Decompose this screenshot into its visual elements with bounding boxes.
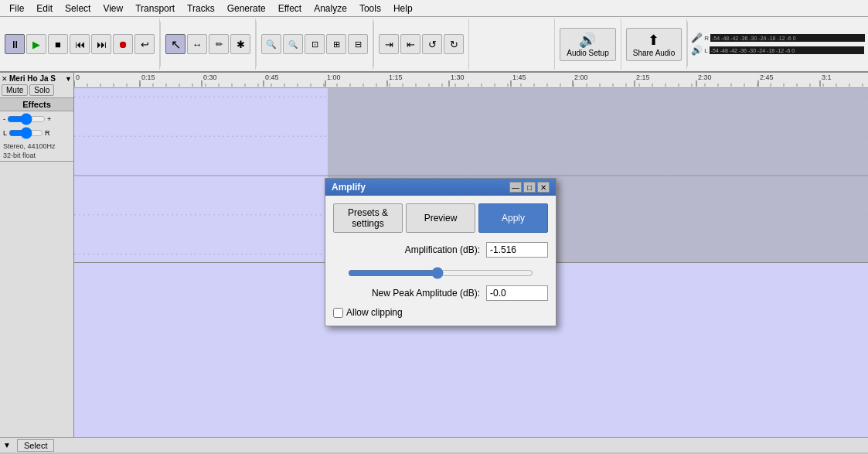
skip-start-button[interactable]: ⏮ <box>70 34 90 54</box>
zoom-fit-button[interactable]: ⊞ <box>326 34 346 54</box>
gain-row: - + <box>3 113 70 125</box>
peak-amplitude-row: New Peak Amplitude (dB): <box>333 285 548 301</box>
menu-view[interactable]: View <box>97 2 129 15</box>
amplification-label: Amplification (dB): <box>333 244 486 255</box>
gain-pan-section: - + L R <box>0 111 73 141</box>
peak-amplitude-label: New Peak Amplitude (dB): <box>333 288 486 299</box>
bottom-down-arrow: ▼ <box>3 441 11 449</box>
audio-setup-icon: 🔊 <box>579 32 596 49</box>
timeline-ruler <box>74 73 868 88</box>
audio-setup-section: 🔊 Audio Setup <box>554 19 621 70</box>
preview-button[interactable]: Preview <box>406 203 475 233</box>
track-name: Meri Ho Ja S <box>9 74 63 83</box>
amplify-dialog: Amplify — □ ✕ Presets & settings Preview… <box>325 178 557 326</box>
presets-settings-button[interactable]: Presets & settings <box>333 203 403 233</box>
gain-slider[interactable] <box>7 113 46 125</box>
pan-row: L R <box>3 127 70 139</box>
dialog-minimize-button[interactable]: — <box>509 182 522 193</box>
dialog-body: Presets & settings Preview Apply Amplifi… <box>325 196 556 326</box>
zoom-out-button[interactable]: 🔍 <box>283 34 303 54</box>
audio-setup-button[interactable]: 🔊 Audio Setup <box>560 28 616 61</box>
ruler-canvas <box>74 73 868 87</box>
share-audio-icon: ⬆ <box>648 32 659 49</box>
track-header: ✕ Meri Ho Ja S ▼ Mute Solo <box>0 73 73 98</box>
menu-tools[interactable]: Tools <box>353 2 387 15</box>
play-meter-row: 🔊 L -54 -48 -42 -36 -30 -24 -18 -12 -6 0 <box>691 45 865 56</box>
loop-button[interactable]: ↩ <box>134 34 155 54</box>
track-close-button[interactable]: ✕ <box>2 75 8 83</box>
dialog-window-controls: — □ ✕ <box>509 182 550 193</box>
menu-help[interactable]: Help <box>387 2 419 15</box>
amplification-input[interactable] <box>486 242 548 258</box>
bottom-bar: ▼ Select <box>0 437 868 452</box>
amplification-row: Amplification (dB): <box>333 242 548 258</box>
effects-label[interactable]: Effects <box>0 98 73 111</box>
share-audio-section: ⬆ Share Audio <box>621 19 688 70</box>
menu-select[interactable]: Select <box>59 2 97 15</box>
edit-section: ⇥ ⇤ ↺ ↻ <box>374 19 469 70</box>
allow-clipping-checkbox[interactable] <box>333 308 343 318</box>
trim-button[interactable]: ⇥ <box>379 34 399 54</box>
track-lower-panel <box>0 161 73 437</box>
dialog-action-buttons: Presets & settings Preview Apply <box>333 203 548 233</box>
record-meter-bar: -54 -48 -42 -36 -30 -24 -18 -12 -6 0 <box>710 34 865 42</box>
select-button[interactable]: Select <box>17 439 55 452</box>
redo-button[interactable]: ↻ <box>444 34 464 54</box>
tool-section: ↖ ↔ ✏ ✱ <box>161 19 256 70</box>
silence-button[interactable]: ⇤ <box>400 34 420 54</box>
envelope-tool-button[interactable]: ↔ <box>187 34 207 54</box>
allow-clipping-row: Allow clipping <box>333 307 548 318</box>
menu-file[interactable]: File <box>3 2 30 15</box>
mute-button[interactable]: Mute <box>2 84 28 96</box>
gain-minus: - <box>3 115 5 123</box>
record-meter-row: 🎤 R -54 -48 -42 -36 -30 -24 -18 -12 -6 0 <box>691 32 865 43</box>
zoom-sel-button[interactable]: ⊡ <box>305 34 325 54</box>
dialog-titlebar: Amplify — □ ✕ <box>325 179 556 196</box>
peak-amplitude-input[interactable] <box>486 285 548 301</box>
skip-end-button[interactable]: ⏭ <box>91 34 111 54</box>
solo-button[interactable]: Solo <box>29 84 54 96</box>
undo-button[interactable]: ↺ <box>422 34 442 54</box>
main-toolbar: ⏸ ▶ ■ ⏮ ⏭ ⏺ ↩ ↖ ↔ ✏ ✱ 🔍 🔍 <box>0 17 868 73</box>
play-meter-icon: 🔊 <box>691 45 703 56</box>
menu-generate[interactable]: Generate <box>221 2 272 15</box>
pan-r-label: R <box>45 129 50 137</box>
play-meter-bar: -54 -48 -42 -36 -30 -24 -18 -12 -6 0 <box>710 46 864 54</box>
multi-tool-button[interactable]: ✱ <box>230 34 250 54</box>
record-button[interactable]: ⏺ <box>113 34 133 54</box>
transport-section: ⏸ ▶ ■ ⏮ ⏭ ⏺ ↩ <box>0 19 160 70</box>
pan-l-label: L <box>3 129 7 137</box>
menu-bar: File Edit Select View Transport Tracks G… <box>0 0 868 17</box>
zoom-out-full-button[interactable]: ⊟ <box>348 34 368 54</box>
allow-clipping-label: Allow clipping <box>346 307 403 318</box>
waveform-canvas-lower <box>74 263 306 379</box>
audio-setup-label: Audio Setup <box>567 49 609 57</box>
track-info-bitdepth: 32-bit float <box>0 152 73 161</box>
dialog-restore-button[interactable]: □ <box>523 182 536 193</box>
amplification-slider[interactable] <box>348 267 533 279</box>
apply-button[interactable]: Apply <box>478 203 548 233</box>
play-meter-label: L <box>704 47 707 54</box>
track-info-stereo: Stereo, 44100Hz <box>0 141 73 152</box>
track-dropdown-button[interactable]: ▼ <box>65 75 72 83</box>
record-meter-icon: 🎤 <box>691 32 703 43</box>
selection-tool-button[interactable]: ↖ <box>165 34 186 54</box>
menu-edit[interactable]: Edit <box>30 2 59 15</box>
amplification-slider-row <box>333 264 548 285</box>
dialog-close-button[interactable]: ✕ <box>537 182 550 193</box>
share-audio-label: Share Audio <box>633 49 676 57</box>
menu-effect[interactable]: Effect <box>272 2 308 15</box>
menu-transport[interactable]: Transport <box>129 2 181 15</box>
share-audio-button[interactable]: ⬆ Share Audio <box>626 28 682 61</box>
track-left-panel: ✕ Meri Ho Ja S ▼ Mute Solo Effects - + L… <box>0 73 74 437</box>
pan-slider[interactable] <box>9 127 43 139</box>
menu-tracks[interactable]: Tracks <box>181 2 221 15</box>
zoom-in-button[interactable]: 🔍 <box>261 34 281 54</box>
draw-tool-button[interactable]: ✏ <box>209 34 229 54</box>
record-meter-label: R <box>704 35 709 42</box>
pause-button[interactable]: ⏸ <box>5 34 25 54</box>
play-button[interactable]: ▶ <box>26 34 46 54</box>
dialog-title: Amplify <box>332 182 366 193</box>
menu-analyze[interactable]: Analyze <box>308 2 353 15</box>
stop-button[interactable]: ■ <box>48 34 68 54</box>
